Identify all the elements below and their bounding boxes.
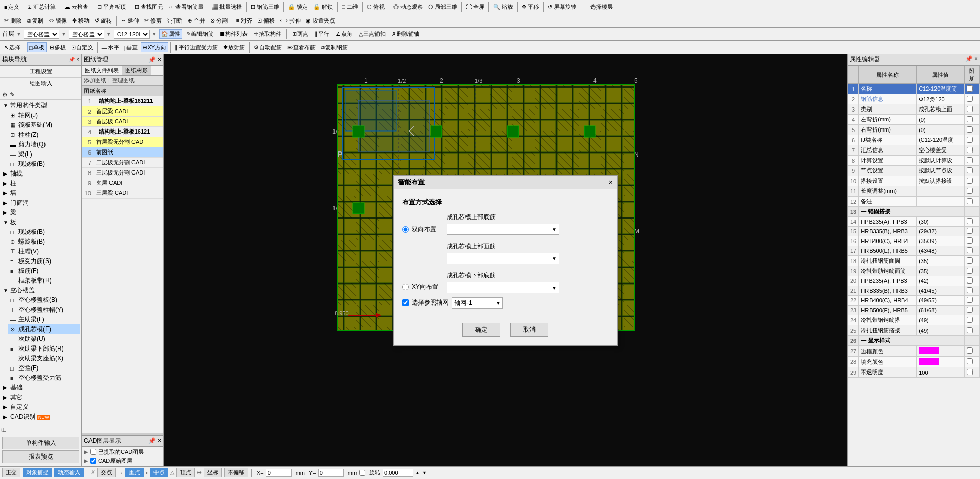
tree-custom[interactable]: ▶自定义 xyxy=(1,402,80,412)
prop-15-check[interactable] xyxy=(967,228,973,234)
two-points-btn[interactable]: ⊞ 两点 xyxy=(290,29,310,39)
void-cover-select[interactable]: 空心楼盖 xyxy=(24,30,59,39)
drawing-panel-close[interactable]: 📌 × xyxy=(148,56,161,63)
drawing-row-4[interactable]: 4 — 结构地上-梁板16121 xyxy=(82,127,163,137)
prop-17-check[interactable] xyxy=(967,247,973,253)
custom-btn[interactable]: ⊡ 自定义 xyxy=(69,42,95,52)
setpoint-btn[interactable]: ◉ 设置夹点 xyxy=(304,16,337,26)
drawing-row-5[interactable]: 5 首层梁无分割 CAD xyxy=(82,137,163,147)
organize-drawing-btn[interactable]: 整理图纸 xyxy=(112,77,135,84)
stretch-btn[interactable]: ⟺ 拉伸 xyxy=(278,16,303,26)
radio-xy-input[interactable] xyxy=(402,284,409,290)
drawing-row-10[interactable]: 10 三层梁 CADI xyxy=(82,188,163,199)
tab-tree[interactable]: 图纸树形 xyxy=(122,66,151,75)
perspective-btn[interactable]: ⬡ 俯视 xyxy=(365,2,387,12)
vertical-btn[interactable]: | 垂直 xyxy=(122,42,140,52)
tree-void-rebar[interactable]: ≡空心楼盖受力筋 xyxy=(8,373,80,383)
single-component-btn[interactable]: 单构件输入 xyxy=(2,437,79,449)
drawing-row-2[interactable]: 2 首层梁 CADI xyxy=(82,106,163,117)
prop-8-check[interactable] xyxy=(967,157,973,163)
auto-layout-btn[interactable]: ⚙ 自动配筋 xyxy=(252,42,284,52)
prop-21-check[interactable] xyxy=(967,287,973,293)
tree-column[interactable]: ▶柱 xyxy=(1,179,80,188)
prop-4-check[interactable] xyxy=(967,116,973,122)
drawing-row-6[interactable]: 6 前图纸 xyxy=(82,147,163,158)
property-btn[interactable]: 🏠 属性 xyxy=(159,29,182,39)
select-tool-btn[interactable]: ↖ 选择 xyxy=(2,42,23,52)
nav-icon1[interactable]: ⚙ xyxy=(2,91,8,98)
lower-bottom-rebar-select[interactable] xyxy=(447,282,559,293)
vertex-btn[interactable]: 顶点 xyxy=(176,468,195,477)
upper-bottom-rebar-select[interactable] xyxy=(447,224,559,235)
prop-20-check[interactable] xyxy=(967,277,973,284)
nav-icon2[interactable]: ✎ xyxy=(10,91,15,98)
tree-axis-j[interactable]: ⊞轴网(J) xyxy=(8,111,80,120)
prop-9-check[interactable] xyxy=(967,167,973,173)
select-layer-btn[interactable]: ≡ 选择楼层 xyxy=(583,2,614,12)
tree-shear-q[interactable]: ▬剪力墙(Q) xyxy=(8,140,80,149)
flatboard-btn[interactable]: ⊟ 平齐板顶 xyxy=(95,2,128,12)
tree-slab-b[interactable]: □现浇板(B) xyxy=(8,159,80,169)
break-btn[interactable]: ⌇ 打断 xyxy=(165,16,184,26)
tree-slab[interactable]: ▼板 xyxy=(1,217,80,227)
rebar-type-select[interactable]: C12-120i xyxy=(114,30,150,39)
tree-spiral-slab[interactable]: ⊙螺旋板(B) xyxy=(8,237,80,247)
cloud-btn[interactable]: ☁ 云检查 xyxy=(62,2,91,12)
tree-main-rib-l[interactable]: —主助梁(L) xyxy=(8,315,80,324)
sum-btn[interactable]: Σ 汇总计算 xyxy=(26,2,58,12)
prop-27-check[interactable] xyxy=(967,347,973,354)
horizontal-btn[interactable]: — 水平 xyxy=(100,42,121,52)
multi-board-btn[interactable]: ⊟ 多板 xyxy=(48,42,68,52)
single-board-btn[interactable]: □ 单板 xyxy=(27,42,47,52)
upper-top-rebar-select[interactable] xyxy=(447,253,559,264)
view-layout-btn[interactable]: 👁 查看布筋 xyxy=(285,42,318,52)
merge-btn[interactable]: ⊕ 合并 xyxy=(186,16,207,26)
xy-btn[interactable]: ⊕ XY方向 xyxy=(141,42,169,52)
radio-bidirectional-input[interactable] xyxy=(402,226,409,233)
offset-btn[interactable]: ⊡ 偏移 xyxy=(255,16,277,26)
tree-axis[interactable]: ▶轴线 xyxy=(1,169,80,179)
midpoint2-btn[interactable]: 中点 xyxy=(150,468,168,477)
prop-3-check[interactable] xyxy=(967,106,973,112)
intersection-btn[interactable]: 交点 xyxy=(97,468,116,477)
prop-23-check[interactable] xyxy=(967,307,973,313)
rotate-input[interactable] xyxy=(383,469,413,477)
prop-22-check[interactable] xyxy=(967,297,973,303)
tree-void-cover[interactable]: ▼空心楼盖 xyxy=(1,286,80,295)
tree-void-core-e[interactable]: ⊙成孔芯模(E) xyxy=(8,324,80,334)
view-rebar-btn[interactable]: ↔ 查看钢筋量 xyxy=(166,2,206,12)
prop-14-check[interactable] xyxy=(967,218,973,224)
axis-grid-select[interactable]: 轴网-1 xyxy=(452,297,503,309)
prop-16-check[interactable] xyxy=(967,237,973,244)
extracted-checkbox[interactable] xyxy=(90,449,96,455)
void-cover2-select[interactable]: 空心楼盖 xyxy=(69,30,104,39)
tree-foundation[interactable]: ▶基础 xyxy=(1,383,80,393)
tree-cast-slab[interactable]: □现浇板(B) xyxy=(8,227,80,237)
prop-6-check[interactable] xyxy=(967,137,973,143)
prop-25-check[interactable] xyxy=(967,327,973,333)
coord-btn[interactable]: 坐标 xyxy=(204,468,222,477)
copy-btn[interactable]: ⧉ 复制 xyxy=(25,16,46,26)
find-btn[interactable]: ⊞ 查找图元 xyxy=(132,2,165,12)
prop-2-check[interactable] xyxy=(967,96,973,102)
local3d-btn[interactable]: ⬡ 局部三维 xyxy=(426,2,459,12)
move-btn[interactable]: ✥ 移动 xyxy=(70,16,92,26)
dynamic-input-btn[interactable]: 动态输入 xyxy=(54,468,84,477)
snap-btn[interactable]: 对象捕捉 xyxy=(23,468,52,477)
lock-btn[interactable]: 🔒 锁定 xyxy=(286,2,310,12)
tree-cad[interactable]: ▶CAD识别 NEW xyxy=(1,412,80,422)
prop-18-check[interactable] xyxy=(967,257,973,264)
dynamic-btn[interactable]: ◎ 动态观察 xyxy=(391,2,425,12)
unlock-btn[interactable]: 🔓 解锁 xyxy=(311,2,335,12)
no-move-btn[interactable]: 不偏移 xyxy=(224,468,248,477)
prop-10-check[interactable] xyxy=(967,178,973,184)
drawing-row-1[interactable]: 1 — 结构地上-梁板161211 xyxy=(82,96,163,106)
mirror-btn[interactable]: ⇔ 镜像 xyxy=(47,16,69,26)
tree-void-cover-b[interactable]: □空心楼盖板(B) xyxy=(8,295,80,305)
midpoint-btn[interactable]: 重点 xyxy=(125,468,144,477)
radio-bidirectional[interactable]: 双向布置 xyxy=(402,225,438,234)
x-input[interactable] xyxy=(266,469,292,477)
tree-void-cap-y[interactable]: ⊤空心楼盖柱帽(Y) xyxy=(8,305,80,315)
prop-19-check[interactable] xyxy=(967,268,973,274)
axis-grid-checkbox[interactable] xyxy=(402,299,409,306)
